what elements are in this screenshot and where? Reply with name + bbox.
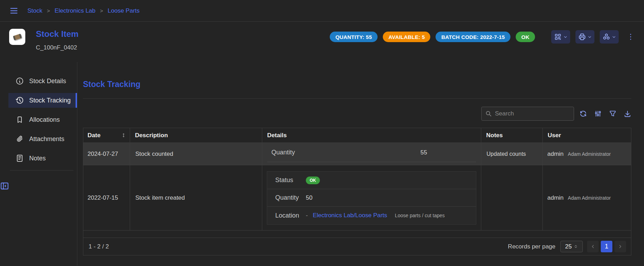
table-header-row: Date Description Details Notes User bbox=[83, 128, 631, 142]
qrcode-icon bbox=[554, 33, 562, 41]
detail-key-quantity: Quantity bbox=[267, 149, 372, 156]
location-dash: - bbox=[306, 212, 308, 219]
pagination-next-button[interactable] bbox=[614, 241, 626, 252]
breadcrumb-separator: > bbox=[100, 8, 103, 14]
status-ok-badge: OK bbox=[306, 177, 320, 184]
batch-code-badge: BATCH CODE: 2022-7-15 bbox=[436, 32, 510, 42]
cell-notes: Updated counts bbox=[481, 143, 542, 165]
dots-vertical-icon[interactable] bbox=[626, 33, 635, 41]
sidebar-item-label: Attachments bbox=[29, 135, 64, 143]
records-per-page-label: Records per page bbox=[508, 243, 555, 250]
table-row[interactable]: 2022-07-15 Stock item created Status OK … bbox=[83, 165, 631, 231]
table-footer: 1 - 2 / 2 Records per page 25 1 bbox=[83, 238, 631, 255]
paperclip-icon bbox=[15, 135, 24, 143]
column-header-date: Date bbox=[88, 132, 101, 139]
detail-row-status: Status OK bbox=[267, 172, 476, 189]
filter-icon[interactable] bbox=[609, 110, 617, 118]
sidebar-item-notes[interactable]: Notes bbox=[8, 151, 77, 166]
pagination-prev-button[interactable] bbox=[587, 241, 599, 252]
cell-description: Stock item created bbox=[130, 165, 262, 230]
record-range: 1 - 2 / 2 bbox=[89, 243, 109, 250]
cell-date: 2022-07-15 bbox=[83, 165, 130, 230]
notes-icon bbox=[15, 154, 24, 162]
panel-heading: Stock Tracking bbox=[83, 80, 631, 89]
sidebar: Stock Details Stock Tracking Allocations… bbox=[0, 62, 77, 266]
username: admin bbox=[547, 194, 564, 201]
search-icon bbox=[485, 110, 492, 117]
barcode-actions-button[interactable] bbox=[551, 30, 570, 44]
chevron-right-icon bbox=[618, 244, 623, 249]
top-bar: Stock > Electronics Lab > Loose Parts bbox=[0, 0, 644, 22]
history-icon bbox=[15, 96, 24, 105]
detail-value-quantity: 50 bbox=[306, 194, 313, 201]
breadcrumb-link-loose-parts[interactable]: Loose Parts bbox=[108, 7, 140, 14]
search-box bbox=[481, 107, 574, 121]
detail-key-quantity: Quantity bbox=[267, 194, 306, 201]
breadcrumb: Stock > Electronics Lab > Loose Parts bbox=[27, 7, 140, 14]
detail-value-quantity: 55 bbox=[372, 149, 476, 156]
available-badge: AVAILABLE: 5 bbox=[383, 32, 431, 42]
detail-row-quantity: Quantity 50 bbox=[267, 189, 476, 207]
table-footer-gap bbox=[83, 231, 631, 238]
stock-item-thumbnail[interactable] bbox=[9, 29, 25, 45]
cell-notes bbox=[481, 165, 542, 230]
location-description: Loose parts / cut tapes bbox=[395, 213, 445, 218]
sidebar-item-label: Notes bbox=[29, 155, 46, 162]
packages-icon bbox=[603, 33, 610, 41]
stock-tracking-table: Date Description Details Notes User 2024… bbox=[83, 128, 631, 255]
column-header-description: Description bbox=[130, 128, 262, 142]
cell-date: 2024-07-27 bbox=[83, 143, 130, 165]
cell-details: Status OK Quantity 50 Location - Electro… bbox=[262, 165, 481, 230]
column-header-details: Details bbox=[262, 128, 481, 142]
sidebar-item-label: Stock Details bbox=[29, 78, 66, 85]
pagination-page-1-button[interactable]: 1 bbox=[601, 241, 612, 252]
column-header-notes: Notes bbox=[481, 128, 542, 142]
chevron-left-icon bbox=[590, 244, 595, 249]
refresh-icon[interactable] bbox=[579, 110, 587, 118]
sidebar-collapse-icon[interactable] bbox=[0, 181, 77, 191]
print-actions-button[interactable] bbox=[575, 30, 594, 44]
sidebar-item-label: Allocations bbox=[29, 116, 60, 124]
hamburger-menu-icon[interactable] bbox=[9, 6, 19, 15]
sidebar-item-stock-details[interactable]: Stock Details bbox=[8, 74, 77, 88]
search-input[interactable] bbox=[495, 110, 571, 117]
cell-details: Quantity 55 bbox=[262, 143, 481, 165]
cell-user: admin Adam Administrator bbox=[542, 143, 631, 165]
detail-row-location: Location - Electronics Lab/Loose Parts L… bbox=[267, 207, 476, 224]
header-actions bbox=[551, 30, 635, 44]
column-header-user: User bbox=[542, 128, 631, 142]
info-circle-icon bbox=[15, 77, 24, 85]
main-content: Stock Tracking bbox=[77, 62, 644, 266]
part-name: C_100nF_0402 bbox=[36, 44, 78, 51]
table-row[interactable]: 2024-07-27 Stock counted Quantity 55 Upd… bbox=[83, 142, 631, 165]
sort-arrows-icon[interactable] bbox=[121, 133, 126, 138]
username: admin bbox=[547, 151, 564, 158]
breadcrumb-link-stock[interactable]: Stock bbox=[27, 7, 43, 14]
detail-key-status: Status bbox=[267, 177, 306, 184]
quantity-badge: QUANTITY: 55 bbox=[330, 32, 378, 42]
status-ok-badge: OK bbox=[516, 32, 535, 42]
records-per-page-select[interactable]: 25 bbox=[560, 241, 583, 252]
sidebar-divider bbox=[10, 170, 73, 171]
sidebar-item-allocations[interactable]: Allocations bbox=[8, 112, 77, 127]
selector-up-down-icon bbox=[574, 244, 578, 249]
breadcrumb-link-electronics-lab[interactable]: Electronics Lab bbox=[54, 7, 95, 14]
stock-actions-button[interactable] bbox=[600, 30, 619, 44]
location-link[interactable]: Electronics Lab/Loose Parts bbox=[313, 212, 387, 219]
chevron-down-icon bbox=[563, 35, 568, 39]
download-icon[interactable] bbox=[624, 110, 631, 118]
sidebar-item-stock-tracking[interactable]: Stock Tracking bbox=[8, 93, 77, 108]
records-per-page-value: 25 bbox=[565, 243, 572, 250]
chevron-down-icon bbox=[612, 35, 616, 39]
capacitor-image bbox=[13, 34, 22, 40]
sidebar-item-label: Stock Tracking bbox=[29, 97, 71, 104]
bookmark-icon bbox=[15, 115, 24, 124]
sidebar-item-attachments[interactable]: Attachments bbox=[8, 132, 77, 146]
page-title: Stock Item bbox=[36, 30, 78, 38]
cell-description: Stock counted bbox=[130, 143, 262, 165]
status-badges: QUANTITY: 55 AVAILABLE: 5 BATCH CODE: 20… bbox=[330, 32, 535, 42]
adjustments-icon[interactable] bbox=[594, 110, 602, 118]
table-toolbar bbox=[83, 107, 631, 121]
heading-divider bbox=[83, 98, 631, 99]
page-header: Stock Item C_100nF_0402 QUANTITY: 55 AVA… bbox=[0, 22, 644, 62]
